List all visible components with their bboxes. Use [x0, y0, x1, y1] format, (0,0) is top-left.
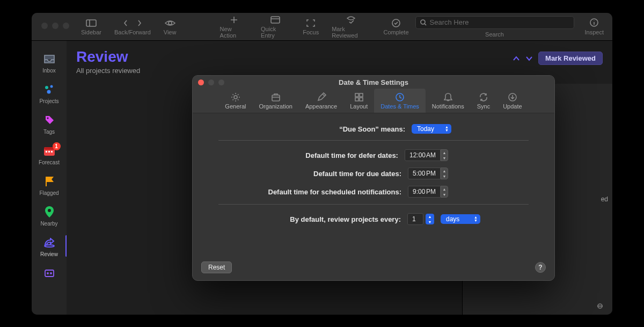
dropdown-arrows-icon: ▲▼ — [473, 215, 478, 223]
sidebar-label: Review — [40, 251, 58, 257]
due-soon-dropdown[interactable]: Today ▲▼ — [412, 124, 451, 134]
svg-point-26 — [50, 273, 52, 274]
minimize-window-button[interactable] — [52, 23, 58, 29]
tab-dates-times[interactable]: Dates & Times — [374, 89, 426, 113]
minimize-settings-button[interactable] — [208, 79, 214, 85]
zoom-window-button[interactable] — [63, 23, 69, 29]
svg-point-22 — [48, 209, 51, 212]
review-number-field[interactable]: 1 — [407, 213, 423, 225]
window-traffic-lights — [32, 13, 69, 29]
settings-footer: Reset ? — [193, 255, 554, 280]
search-input[interactable]: Search Here — [415, 16, 574, 29]
sidebar-label: Forecast — [39, 159, 60, 165]
svg-point-29 — [599, 306, 601, 307]
sidebar-item-forecast[interactable]: 1 Forecast — [32, 140, 67, 171]
sidebar-item-review[interactable]: Review — [32, 232, 67, 263]
toolbar-label: Focus — [303, 29, 319, 35]
divider — [218, 204, 529, 205]
toolbar-label: Back/Forward — [114, 29, 151, 35]
sidebar-toggle-button[interactable]: Sidebar — [75, 18, 108, 35]
review-number-stepper[interactable]: ▲▼ — [426, 214, 434, 224]
close-settings-button[interactable] — [198, 79, 204, 85]
search-placeholder: Search Here — [430, 18, 469, 26]
settings-titlebar: Date & Time Settings — [193, 76, 554, 89]
forecast-badge: 1 — [53, 142, 61, 150]
new-action-button[interactable]: New Action — [214, 15, 254, 39]
toolbar-label: New Action — [220, 26, 248, 39]
search-icon — [420, 19, 427, 26]
quick-entry-button[interactable]: Quick Entry — [254, 15, 296, 39]
svg-point-23 — [45, 245, 54, 247]
toolbar-label: Complete — [383, 29, 408, 35]
notif-time-label: Default time for scheduled notifications… — [268, 188, 401, 196]
view-button[interactable]: View — [157, 18, 183, 35]
close-window-button[interactable] — [41, 23, 48, 29]
due-time-stepper[interactable]: ▲▼ — [441, 168, 448, 179]
sidebar: Inbox Projects Tags 1 Forecast Flagged — [32, 41, 67, 315]
defer-time-stepper[interactable]: ▲▼ — [441, 149, 448, 161]
sidebar-label: Flagged — [39, 190, 58, 196]
tab-notifications[interactable]: Notifications — [426, 89, 471, 113]
sidebar-label: Projects — [39, 98, 58, 104]
svg-rect-5 — [271, 17, 280, 23]
previous-button[interactable] — [513, 54, 520, 63]
sidebar-item-inbox[interactable]: Inbox — [32, 48, 67, 79]
sidebar-item-projects[interactable]: Projects — [32, 79, 67, 110]
partial-text: ed — [601, 195, 608, 203]
next-button[interactable] — [525, 54, 533, 63]
svg-rect-20 — [48, 151, 50, 152]
more-icon[interactable] — [595, 302, 605, 310]
settings-body: “Due Soon” means: Today ▲▼ Default time … — [193, 113, 554, 255]
svg-point-16 — [47, 118, 48, 119]
page-subtitle: All projects reviewed — [76, 67, 513, 75]
tab-sync[interactable]: Sync — [471, 89, 496, 113]
help-button[interactable]: ? — [535, 262, 546, 273]
due-time-label: Default time for due dates: — [313, 170, 401, 178]
settings-tabs: General Organization Appearance Layout D… — [193, 89, 554, 113]
tab-update[interactable]: Update — [496, 89, 528, 113]
zoom-settings-button[interactable] — [218, 79, 224, 85]
due-soon-label: “Due Soon” means: — [339, 125, 405, 133]
toolbar-label: Search — [485, 31, 504, 38]
review-unit-dropdown[interactable]: days ▲▼ — [441, 214, 480, 224]
defer-time-field[interactable]: 12:00 AM — [405, 149, 441, 161]
svg-point-30 — [602, 306, 603, 307]
svg-rect-19 — [46, 151, 47, 152]
toolbar-label: Mark Reviewed — [332, 26, 370, 39]
mark-reviewed-button[interactable]: Mark Reviewed — [538, 52, 603, 65]
divider — [218, 140, 529, 141]
svg-line-34 — [323, 94, 325, 96]
reset-button[interactable]: Reset — [201, 261, 232, 273]
tab-organization[interactable]: Organization — [253, 89, 299, 113]
notif-time-field[interactable]: 9:00 PM — [408, 186, 441, 198]
sidebar-item-tags[interactable]: Tags — [32, 110, 67, 140]
tab-appearance[interactable]: Appearance — [299, 89, 343, 113]
notif-time-stepper[interactable]: ▲▼ — [441, 186, 448, 198]
settings-title: Date & Time Settings — [339, 78, 408, 86]
mark-reviewed-toolbar-button[interactable]: Mark Reviewed — [325, 15, 377, 39]
sidebar-item-custom[interactable] — [32, 263, 67, 285]
due-time-field[interactable]: 5:00 PM — [408, 168, 441, 179]
focus-button[interactable]: Focus — [296, 18, 325, 35]
back-forward-buttons[interactable]: Back/Forward — [108, 18, 157, 35]
svg-rect-24 — [45, 270, 54, 277]
svg-point-15 — [47, 90, 50, 94]
defer-time-label: Default time for defer dates: — [305, 151, 398, 159]
review-interval-label: By default, review projects every: — [290, 215, 401, 223]
svg-point-14 — [50, 85, 53, 88]
dropdown-arrows-icon: ▲▼ — [444, 125, 449, 133]
svg-point-28 — [598, 306, 599, 307]
settings-window: Date & Time Settings General Organizatio… — [192, 75, 555, 281]
tab-layout[interactable]: Layout — [343, 89, 374, 113]
svg-point-13 — [45, 86, 48, 89]
inspect-button[interactable]: Inspect — [585, 18, 604, 35]
sidebar-label: Nearby — [40, 221, 57, 227]
complete-button[interactable]: Complete — [377, 18, 415, 35]
sidebar-item-flagged[interactable]: Flagged — [32, 171, 67, 201]
svg-rect-36 — [360, 93, 363, 97]
sidebar-item-nearby[interactable]: Nearby — [32, 201, 67, 232]
svg-point-2 — [169, 21, 172, 25]
tab-general[interactable]: General — [218, 89, 252, 113]
svg-rect-38 — [360, 98, 363, 101]
svg-point-8 — [421, 20, 425, 24]
